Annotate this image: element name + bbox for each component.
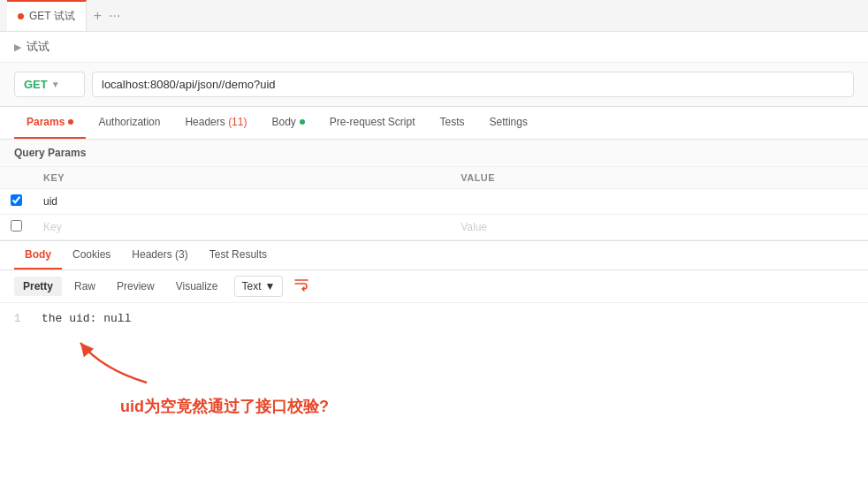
method-chevron: ▼ — [51, 80, 60, 89]
resp-tab-body[interactable]: Body — [14, 241, 62, 269]
format-bar: Pretty Raw Preview Visualize Text ▼ — [0, 270, 868, 303]
resp-tab-headers[interactable]: Headers (3) — [121, 241, 198, 269]
new-checkbox[interactable] — [11, 220, 22, 232]
tab-dot — [18, 13, 24, 19]
method-select[interactable]: GET ▼ — [14, 72, 85, 97]
key-placeholder: Key — [43, 221, 62, 233]
param-value-uid[interactable] — [450, 189, 868, 215]
tab-pre-label: Pre-request Script — [330, 116, 415, 128]
annotation-container: uid为空竟然通过了接口校验? — [0, 334, 868, 435]
params-dot — [68, 119, 73, 125]
resp-headers-label: Headers (3) — [132, 248, 187, 261]
url-input[interactable] — [92, 72, 854, 97]
add-tab-button[interactable]: + — [94, 8, 102, 24]
tab-tests-label: Tests — [440, 116, 465, 128]
col-checkbox — [0, 167, 33, 189]
resp-tab-test-results[interactable]: Test Results — [199, 241, 278, 269]
tab-pre-request[interactable]: Pre-request Script — [317, 107, 428, 139]
fmt-visualize-label: Visualize — [176, 280, 218, 292]
param-checkbox-uid[interactable] — [0, 189, 33, 215]
request-tabs: Params Authorization Headers (11) Body P… — [0, 107, 868, 140]
resp-tab-cookies[interactable]: Cookies — [62, 241, 121, 269]
format-type-select[interactable]: Text ▼ — [234, 276, 284, 297]
tab-headers-label: Headers (11) — [185, 116, 247, 128]
tab-title: GET 试试 — [29, 9, 75, 24]
response-code-area: 1 the uid: null — [0, 303, 868, 334]
tab-authorization[interactable]: Authorization — [86, 107, 172, 139]
breadcrumb: ▶ 试试 — [0, 32, 868, 63]
fmt-pretty[interactable]: Pretty — [14, 277, 62, 296]
tab-settings-label: Settings — [490, 116, 528, 128]
tab-authorization-label: Authorization — [98, 116, 160, 128]
body-dot — [300, 119, 305, 125]
breadcrumb-label: 试试 — [27, 39, 49, 55]
param-value-new[interactable]: Value — [450, 215, 868, 240]
params-table: KEY VALUE uid Key Value — [0, 167, 868, 240]
url-bar: GET ▼ — [0, 63, 868, 107]
line-number: 1 — [14, 313, 20, 325]
fmt-preview-label: Preview — [117, 280, 155, 292]
query-params-title: Query Params — [0, 140, 868, 167]
fmt-preview[interactable]: Preview — [108, 277, 164, 296]
tab-headers[interactable]: Headers (11) — [172, 107, 259, 139]
resp-cookies-label: Cookies — [72, 248, 110, 261]
fmt-pretty-label: Pretty — [23, 280, 53, 292]
param-row-uid: uid — [0, 189, 868, 215]
method-label: GET — [24, 78, 48, 91]
param-key-new[interactable]: Key — [33, 215, 450, 240]
param-key-uid[interactable]: uid — [33, 189, 450, 215]
format-chevron: ▼ — [265, 280, 276, 292]
tab-actions: + ··· — [87, 8, 121, 24]
annotation-arrow — [67, 334, 173, 387]
more-tabs-button[interactable]: ··· — [109, 8, 120, 24]
resp-body-label: Body — [25, 248, 51, 261]
uid-checkbox[interactable] — [11, 194, 22, 206]
fmt-raw-label: Raw — [74, 280, 95, 292]
fmt-raw[interactable]: Raw — [65, 277, 104, 296]
col-key-header: KEY — [33, 167, 450, 189]
param-row-new: Key Value — [0, 215, 868, 240]
tab-params[interactable]: Params — [14, 107, 86, 139]
fmt-visualize[interactable]: Visualize — [167, 277, 227, 296]
resp-test-label: Test Results — [209, 248, 267, 261]
param-checkbox-new[interactable] — [0, 215, 33, 240]
response-content: the uid: null — [42, 312, 131, 325]
active-tab[interactable]: GET 试试 — [7, 0, 87, 31]
tab-bar: GET 试试 + ··· — [0, 0, 868, 32]
tab-body[interactable]: Body — [259, 107, 316, 139]
col-value-header: VALUE — [450, 167, 868, 189]
format-type-label: Text — [242, 280, 262, 292]
tab-tests[interactable]: Tests — [428, 107, 477, 139]
tab-settings[interactable]: Settings — [477, 107, 540, 139]
headers-count: (11) — [228, 116, 247, 128]
tab-body-label: Body — [271, 116, 295, 128]
response-tabs: Body Cookies Headers (3) Test Results — [0, 240, 868, 270]
annotation-text: uid为空竟然通过了接口校验? — [120, 396, 854, 417]
tab-params-label: Params — [27, 116, 65, 128]
wrap-icon[interactable] — [293, 277, 309, 296]
value-placeholder: Value — [461, 221, 487, 233]
breadcrumb-arrow: ▶ — [14, 42, 21, 53]
